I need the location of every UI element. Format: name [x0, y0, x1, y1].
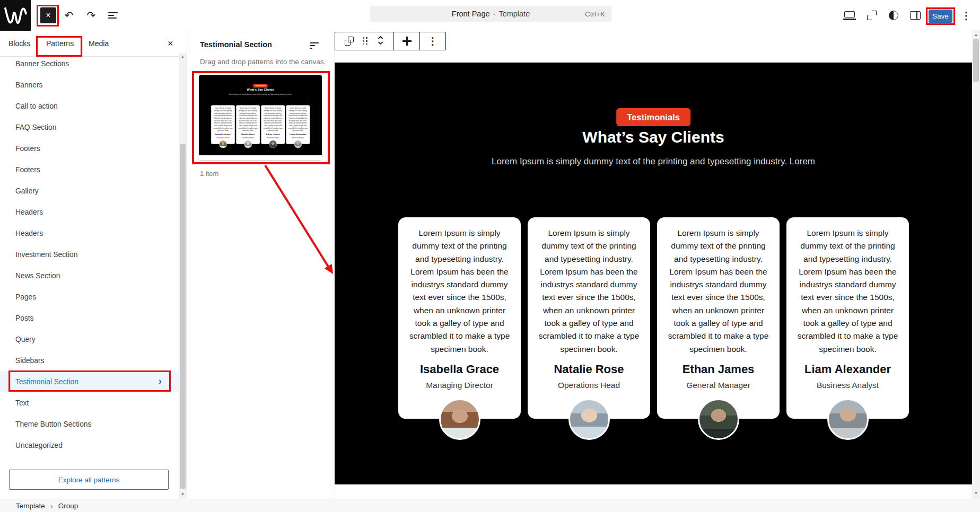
preview-button[interactable]	[841, 7, 858, 24]
testimonial-role[interactable]: General Manager	[664, 381, 773, 390]
category-footers[interactable]: Footers	[0, 138, 179, 159]
filter-icon[interactable]	[310, 42, 319, 49]
testimonial-role[interactable]: Managing Director	[405, 381, 514, 390]
category-banners[interactable]: Banners	[0, 74, 179, 95]
pattern-count: 1 item	[200, 170, 218, 178]
scroll-up-arrow[interactable]: ▲	[179, 54, 187, 60]
site-logo[interactable]	[0, 0, 31, 31]
sidebar-panel-icon	[910, 11, 921, 20]
testimonial-section[interactable]: Testimonials What’s Say Clients Lorem Ip…	[335, 63, 972, 484]
scroll-down-arrow[interactable]: ▼	[179, 491, 187, 498]
category-testimonial-section[interactable]: Testimonial Section ›	[0, 371, 179, 392]
close-icon: ×	[46, 11, 50, 20]
list-view-button[interactable]	[104, 7, 121, 24]
save-button[interactable]: Save	[929, 10, 952, 23]
testimonial-avatar[interactable]	[439, 399, 480, 440]
group-block-icon[interactable]	[345, 37, 354, 46]
scrollbar-thumb[interactable]	[973, 39, 979, 82]
pattern-preview: Testimonials What’s Say Clients Lorem Ip…	[199, 75, 322, 155]
settings-panel-toggle[interactable]	[907, 7, 924, 24]
expand-icon	[867, 11, 877, 20]
category-uncategorized[interactable]: Uncategorized	[0, 435, 179, 456]
category-gallery[interactable]: Gallery	[0, 180, 179, 201]
testimonial-cards-row: Lorem Ipsum is simply dummy text of the …	[398, 217, 909, 419]
mini-testimonial-card: Lorem Ipsum is simply dummy text of the …	[261, 105, 285, 144]
testimonial-text[interactable]: Lorem Ipsum is simply dummy text of the …	[664, 227, 773, 356]
category-headers-2[interactable]: Headers	[0, 223, 179, 244]
tab-blocks[interactable]: Blocks	[8, 31, 30, 56]
tab-media[interactable]: Media	[89, 31, 109, 56]
category-headers[interactable]: Headers	[0, 201, 179, 223]
category-call-to-action[interactable]: Call to action	[0, 95, 179, 117]
block-options-icon[interactable]: ⋮	[428, 35, 438, 47]
mini-testimonial-card: Lorem Ipsum is simply dummy text of the …	[286, 105, 310, 144]
testimonial-card[interactable]: Lorem Ipsum is simply dummy text of the …	[657, 217, 780, 419]
testimonial-card[interactable]: Lorem Ipsum is simply dummy text of the …	[398, 217, 521, 419]
add-block-icon[interactable]	[402, 37, 412, 46]
testimonial-avatar[interactable]	[827, 399, 869, 440]
testimonial-avatar[interactable]	[568, 399, 610, 440]
drag-handle-icon[interactable]	[363, 37, 368, 45]
testimonial-avatar[interactable]	[698, 399, 739, 440]
mini-avatar	[244, 140, 252, 148]
category-sidebars[interactable]: Sidebars	[0, 350, 179, 371]
category-theme-button-sections[interactable]: Theme Button Sections	[0, 413, 179, 435]
testimonial-name[interactable]: Isabella Grace	[405, 363, 514, 376]
block-mover[interactable]	[377, 35, 384, 48]
section-subheading[interactable]: Lorem Ipsum is simply dummy text of the …	[335, 156, 972, 167]
category-text[interactable]: Text	[0, 392, 179, 413]
testimonial-text[interactable]: Lorem Ipsum is simply dummy text of the …	[405, 227, 514, 356]
testimonial-name[interactable]: Liam Alexander	[793, 363, 902, 376]
category-pages[interactable]: Pages	[0, 286, 179, 307]
category-banner-sections[interactable]: Banner Sections	[0, 53, 179, 74]
zoom-out-button[interactable]	[863, 7, 880, 24]
category-query[interactable]: Query	[0, 329, 179, 350]
patterns-panel-title: Testimonial Section	[200, 40, 272, 49]
testimonials-badge[interactable]: Testimonials	[616, 108, 690, 126]
title-separator: ·	[493, 10, 496, 18]
mini-cards-row: Lorem Ipsum is simply dummy text of the …	[211, 105, 310, 144]
close-inserter-button[interactable]: ×	[168, 31, 173, 56]
explore-all-patterns-button[interactable]: Explore all patterns	[9, 470, 169, 490]
move-up-down-icon	[377, 35, 384, 46]
section-heading[interactable]: What’s Say Clients	[335, 128, 972, 146]
pattern-thumbnail[interactable]: Testimonials What’s Say Clients Lorem Ip…	[199, 75, 322, 160]
mini-testimonial-card: Lorem Ipsum is simply dummy text of the …	[211, 105, 235, 144]
styles-button[interactable]	[885, 7, 902, 24]
close-editor-button[interactable]: ×	[40, 7, 56, 23]
testimonial-text[interactable]: Lorem Ipsum is simply dummy text of the …	[793, 227, 902, 356]
kebab-icon: ⋮	[961, 10, 972, 22]
tab-patterns[interactable]: Patterns	[46, 31, 74, 56]
document-command-bar[interactable]: Front Page · Template Ctrl+K	[370, 6, 611, 22]
undo-button[interactable]: ↶	[60, 7, 77, 24]
testimonial-text[interactable]: Lorem Ipsum is simply dummy text of the …	[535, 227, 643, 356]
logo-scribble-icon	[3, 5, 28, 26]
testimonial-card[interactable]: Lorem Ipsum is simply dummy text of the …	[786, 217, 909, 419]
breadcrumb-group[interactable]: Group	[58, 502, 78, 510]
command-shortcut: Ctrl+K	[585, 6, 605, 22]
testimonial-role[interactable]: Business Analyst	[793, 381, 902, 390]
category-posts[interactable]: Posts	[0, 307, 179, 329]
redo-button[interactable]: ↷	[83, 7, 100, 24]
options-menu-button[interactable]: ⋮	[958, 7, 975, 24]
scroll-up-arrow[interactable]: ▲	[972, 32, 980, 38]
pattern-category-list: Banner Sections Banners Call to action F…	[0, 53, 179, 456]
breadcrumb-template[interactable]: Template	[16, 502, 45, 510]
scrollbar-thumb[interactable]	[180, 144, 186, 489]
scroll-down-arrow[interactable]: ▼	[972, 490, 980, 497]
category-investment-section[interactable]: Investment Section	[0, 244, 179, 265]
header-divider	[187, 30, 980, 30]
testimonial-name[interactable]: Ethan James	[664, 363, 773, 376]
category-faq-section[interactable]: FAQ Section	[0, 117, 179, 138]
mini-avatar	[269, 140, 277, 148]
testimonial-name[interactable]: Natalie Rose	[535, 363, 643, 376]
mini-avatar	[219, 140, 227, 148]
testimonial-card[interactable]: Lorem Ipsum is simply dummy text of the …	[528, 217, 650, 419]
category-news-section[interactable]: News Section	[0, 265, 179, 286]
block-toolbar: ⋮	[335, 32, 446, 50]
breadcrumb-bar: Template › Group	[0, 499, 980, 512]
category-footers-2[interactable]: Footers	[0, 159, 179, 180]
testimonial-role[interactable]: Operations Head	[535, 381, 643, 390]
mini-badge: Testimonials	[253, 84, 268, 88]
breadcrumb-separator-icon: ›	[50, 501, 53, 510]
